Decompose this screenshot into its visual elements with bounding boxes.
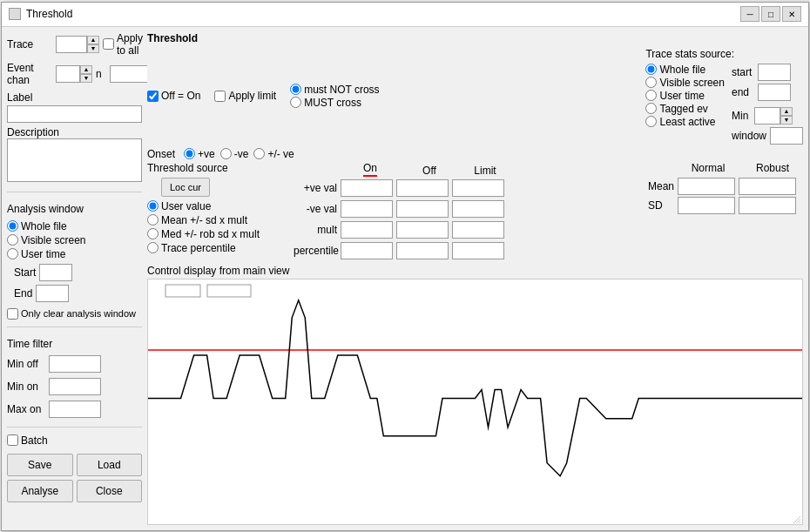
stats-least-active-radio[interactable] [645, 116, 657, 127]
off-on-checkbox[interactable] [147, 91, 159, 102]
stats-start-row: start 0 [732, 64, 803, 81]
stats-visible-screen-radio-label[interactable]: Visible screen [645, 77, 724, 89]
chart-area [147, 279, 803, 525]
sd-normal-input[interactable] [678, 197, 735, 214]
mult-off-input[interactable]: 5 [396, 221, 449, 239]
only-clear-checkbox[interactable] [7, 308, 18, 320]
must-cross-radio[interactable] [290, 97, 301, 108]
mult-limit-input[interactable]: 6 [452, 221, 504, 239]
only-clear-checkbox-label[interactable]: Only clear analysis window [7, 308, 142, 320]
neg-val-limit-input[interactable]: -2.7 [452, 200, 504, 218]
sd-robust-input[interactable] [739, 197, 796, 214]
user-value-radio-label[interactable]: User value [147, 200, 287, 212]
batch-checkbox-label[interactable]: Batch [7, 434, 142, 447]
trace-down-button[interactable]: ▼ [87, 44, 99, 53]
percentile-on-input[interactable]: 5 [341, 242, 393, 259]
whole-file-label: Whole file [21, 220, 67, 232]
start-input[interactable]: 0 [39, 264, 72, 281]
on-header: On [341, 162, 400, 177]
source-values-row: Threshold source Loc cur User value Mean… [147, 162, 803, 261]
mean-sd-radio[interactable] [147, 214, 159, 226]
med-rob-radio-label[interactable]: Med +/- rob sd x mult [147, 228, 287, 240]
stats-min-spin-buttons: ▲ ▼ [780, 107, 793, 125]
percentile-limit-input[interactable]: 5 [452, 242, 504, 259]
save-button[interactable]: Save [7, 454, 73, 476]
negative-ve-radio[interactable] [220, 148, 232, 159]
positive-ve-radio[interactable] [184, 148, 195, 159]
event-chan-down-button[interactable]: ▼ [80, 74, 92, 83]
stats-least-active-radio-label[interactable]: Least active [645, 116, 724, 128]
visible-screen-radio-label[interactable]: Visible screen [7, 234, 142, 246]
mean-robust-input[interactable] [739, 178, 796, 195]
description-input[interactable] [7, 138, 142, 182]
stats-whole-file-radio-label[interactable]: Whole file [645, 64, 724, 76]
whole-file-radio-label[interactable]: Whole file [7, 220, 142, 232]
event-chan-row: Event chan a ▲ ▼ n 0 [7, 62, 142, 86]
med-rob-radio[interactable] [147, 228, 159, 239]
off-on-checkbox-label[interactable]: Off = On [147, 90, 200, 102]
loc-cur-button[interactable]: Loc cur [161, 178, 210, 197]
maximize-button[interactable]: □ [761, 6, 780, 22]
trace-input[interactable]: 1 [56, 36, 87, 53]
load-button[interactable]: Load [77, 454, 143, 476]
must-not-cross-radio[interactable] [290, 84, 301, 95]
neg-val-on-input[interactable]: -0.9 [341, 200, 393, 218]
visible-screen-radio[interactable] [7, 234, 18, 246]
stats-min-input[interactable]: a [754, 107, 780, 125]
analyse-button[interactable]: Analyse [7, 480, 73, 502]
stats-user-time-radio-label[interactable]: User time [645, 90, 724, 102]
stats-end-input[interactable]: 10 [758, 84, 791, 101]
mult-on-input[interactable]: 5 [341, 221, 393, 239]
stats-window-input[interactable]: 10 [770, 127, 803, 145]
stats-visible-screen-radio[interactable] [645, 77, 657, 88]
event-chan-input[interactable]: a [56, 65, 80, 83]
neg-val-off-input[interactable]: -0.9 [396, 200, 449, 218]
negative-ve-label: -ve [234, 148, 249, 160]
apply-to-all-checkbox-label[interactable]: Apply to all [103, 32, 143, 57]
whole-file-radio[interactable] [7, 220, 18, 232]
user-time-radio[interactable] [7, 248, 18, 259]
close-window-button[interactable]: ✕ [782, 6, 801, 22]
apply-limit-checkbox[interactable] [214, 91, 226, 102]
user-time-radio-label[interactable]: User time [7, 248, 142, 260]
stats-start-input[interactable]: 0 [758, 64, 791, 81]
stats-tagged-ev-radio[interactable] [645, 103, 657, 114]
must-not-cross-radio-label[interactable]: must NOT cross [290, 84, 379, 96]
stats-tagged-ev-radio-label[interactable]: Tagged ev [645, 103, 724, 115]
trace-up-button[interactable]: ▲ [87, 36, 99, 44]
both-ve-radio-label[interactable]: +/- ve [253, 148, 294, 160]
trace-percentile-radio-label[interactable]: Trace percentile [147, 242, 287, 254]
label-input[interactable] [7, 105, 142, 123]
must-cross-radio-label[interactable]: MUST cross [290, 97, 379, 109]
apply-limit-checkbox-label[interactable]: Apply limit [214, 90, 276, 102]
trace-percentile-label: Trace percentile [161, 242, 236, 254]
trace-percentile-radio[interactable] [147, 242, 159, 253]
positive-ve-radio-label[interactable]: +ve [184, 148, 215, 160]
close-button[interactable]: Close [77, 480, 143, 502]
mean-sd-radio-label[interactable]: Mean +/- sd x mult [147, 214, 287, 226]
negative-ve-radio-label[interactable]: -ve [220, 148, 249, 160]
stats-min-down-button[interactable]: ▼ [780, 116, 793, 125]
neg-val-row: -ve val -0.9 -0.9 -2.7 [294, 200, 511, 218]
max-on-input[interactable]: 100000 [49, 401, 101, 418]
stats-min-up-button[interactable]: ▲ [780, 107, 793, 116]
minimize-button[interactable]: ─ [740, 6, 759, 22]
resize-handle[interactable] [792, 514, 800, 522]
batch-checkbox[interactable] [7, 434, 18, 446]
min-off-input[interactable]: 0 [49, 355, 101, 373]
end-input[interactable]: 10 [36, 285, 69, 302]
percentile-off-input[interactable]: 5 [396, 242, 449, 259]
mean-normal-input[interactable] [678, 178, 735, 195]
pos-val-off-input[interactable]: 0.9 [396, 179, 449, 197]
stats-whole-file-radio[interactable] [645, 64, 657, 75]
apply-to-all-checkbox[interactable] [103, 38, 114, 50]
pos-val-on-input[interactable]: 0.9 [341, 179, 393, 197]
event-chan-up-button[interactable]: ▲ [80, 65, 92, 74]
left-panel: Trace 1 ▲ ▼ Apply to all Event chan a [7, 32, 142, 525]
pos-val-limit-input[interactable]: 2.7 [452, 179, 504, 197]
label-label: Label [7, 91, 32, 104]
min-on-input[interactable]: 0 [49, 378, 101, 395]
both-ve-radio[interactable] [253, 148, 265, 159]
user-value-radio[interactable] [147, 200, 159, 212]
stats-user-time-radio[interactable] [645, 90, 657, 101]
